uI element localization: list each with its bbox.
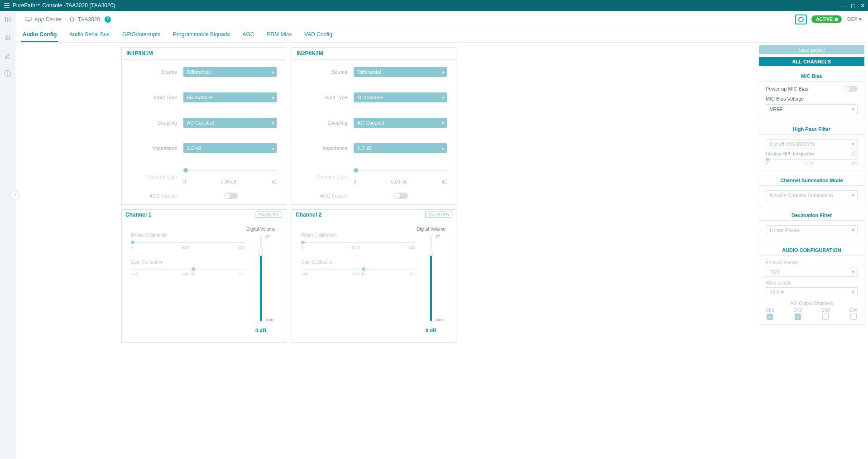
snapshot-button[interactable] (795, 14, 807, 24)
summation-select[interactable]: Disable Channel Summation (766, 190, 858, 200)
mic-bias-title: MIC Bias (759, 71, 864, 82)
digital-volume-slider[interactable]: 27Mute (257, 235, 264, 321)
info-icon[interactable]: i (852, 151, 858, 156)
active-status-pill[interactable]: ACTIVE (811, 15, 842, 23)
channel-card-2: Channel 2ENABLEDPhase Calibration00.0025… (292, 209, 456, 343)
enabled-badge[interactable]: ENABLED (255, 212, 282, 218)
digital-volume-slider[interactable]: 27Mute (427, 235, 435, 321)
decimation-select[interactable]: Linear Phase (766, 225, 858, 235)
protocol-select[interactable]: TDM (766, 267, 858, 277)
asi-ch3-checkbox[interactable] (822, 314, 829, 320)
tab-pdm-mics[interactable]: PDM Mics (265, 31, 293, 42)
dcp-menu[interactable]: DCP ▾ (847, 16, 862, 22)
agc-toggle[interactable] (394, 193, 408, 199)
tuning-icon[interactable] (4, 15, 12, 24)
asi-ch4-checkbox[interactable] (850, 314, 857, 320)
help-icon[interactable]: ? (105, 16, 111, 23)
all-channels-header: ALL CHANNELS (759, 57, 864, 66)
right-panel: Load preset ALL CHANNELS MIC Bias Power … (755, 43, 868, 459)
minimize-button[interactable]: — (840, 2, 846, 9)
breadcrumb-app-center[interactable]: App Center (34, 16, 62, 23)
window-title: PurePath™ Console -TAA3020 (TAA3020) (13, 2, 836, 9)
impedance-select[interactable]: 2.5 kΩ (183, 143, 277, 153)
hpf-title: High Pass Filter (759, 124, 864, 135)
sidebar: ⚙ ⓘ › (0, 11, 15, 459)
gain-cal-slider[interactable] (301, 267, 415, 271)
tabs: Audio ConfigAudio Serial BusGPIO/Interru… (15, 28, 868, 43)
source-select[interactable]: Differential (354, 67, 447, 77)
hamburger-icon[interactable]: ☰ (1, 1, 13, 10)
db-readout: 0 dB (415, 328, 447, 333)
phase-slider[interactable] (131, 241, 245, 244)
edit-icon[interactable] (4, 52, 12, 60)
gain-cal-slider[interactable] (131, 267, 245, 271)
hpf-freq-slider[interactable]: 00 Hz400 (759, 159, 864, 165)
input-type-select[interactable]: Microphone (183, 92, 277, 102)
close-button[interactable]: ✕ (860, 2, 865, 9)
tab-audio-config[interactable]: Audio Config (21, 31, 58, 42)
svg-point-1 (7, 19, 8, 21)
input-type-select[interactable]: Microphone (354, 92, 447, 102)
input-card-1: IN1P/IN1MSourceDifferentialInput TypeMic… (121, 47, 286, 205)
svg-rect-4 (71, 18, 74, 21)
channel-card-1: Channel 1ENABLEDPhase Calibration00.0025… (121, 209, 286, 343)
coupling-select[interactable]: AC Coupled (354, 118, 447, 128)
decimation-title: Decimation Filter (759, 210, 864, 221)
info-icon[interactable]: ⓘ (4, 70, 12, 78)
hpf-cutoff-select[interactable]: Cut off of 0.00025*fs (766, 139, 858, 149)
expand-sidebar-button[interactable]: › (10, 190, 19, 199)
monitor-icon (25, 16, 32, 23)
source-select[interactable]: Differential (183, 67, 277, 77)
status-dot-icon (834, 18, 838, 21)
summation-title: Channel Summation Mode (759, 175, 864, 186)
svg-rect-3 (26, 17, 31, 20)
load-preset-button[interactable]: Load preset (759, 45, 864, 54)
gear-icon[interactable]: ⚙ (4, 34, 12, 42)
tab-vad-config[interactable]: VAD Config (302, 31, 334, 42)
tab-agc[interactable]: AGC (240, 31, 256, 42)
tab-gpio-interrupts[interactable]: GPIO/Interrupts (120, 31, 162, 42)
card-title: IN2P/IN2M (292, 48, 456, 60)
enabled-badge[interactable]: ENABLED (425, 212, 452, 218)
breadcrumb-device[interactable]: TAA3020 (78, 16, 100, 23)
channel-gain-slider[interactable] (354, 169, 447, 178)
card-title: IN1P/IN1M (122, 48, 286, 60)
tab-programmable-biquads[interactable]: Programmable Biquads (171, 31, 231, 42)
input-card-2: IN2P/IN2MSourceDifferentialInput TypeMic… (292, 47, 456, 205)
coupling-select[interactable]: AC Coupled (183, 118, 277, 128)
tab-audio-serial-bus[interactable]: Audio Serial Bus (67, 31, 111, 42)
word-length-select[interactable]: 32 bits (766, 287, 858, 297)
chip-icon (69, 16, 75, 23)
maximize-button[interactable]: ◻ (851, 2, 856, 9)
channel-gain-slider[interactable] (183, 169, 277, 178)
audio-config-title: AUDIO CONFIGURATION (759, 245, 864, 256)
db-readout: 0 dB (245, 328, 277, 333)
impedance-select[interactable]: 2.5 kΩ (354, 143, 447, 153)
svg-point-0 (5, 17, 6, 19)
mic-bias-voltage-select[interactable]: VREF (766, 104, 858, 114)
phase-slider[interactable] (301, 241, 415, 244)
asi-ch1-checkbox[interactable]: ✓ (767, 314, 773, 320)
svg-point-2 (9, 18, 10, 19)
asi-ch2-checkbox[interactable]: ✓ (795, 314, 801, 320)
power-mic-bias-toggle[interactable] (845, 86, 858, 92)
agc-toggle[interactable] (224, 193, 238, 199)
breadcrumb: App Center / TAA3020 ? (25, 16, 111, 23)
